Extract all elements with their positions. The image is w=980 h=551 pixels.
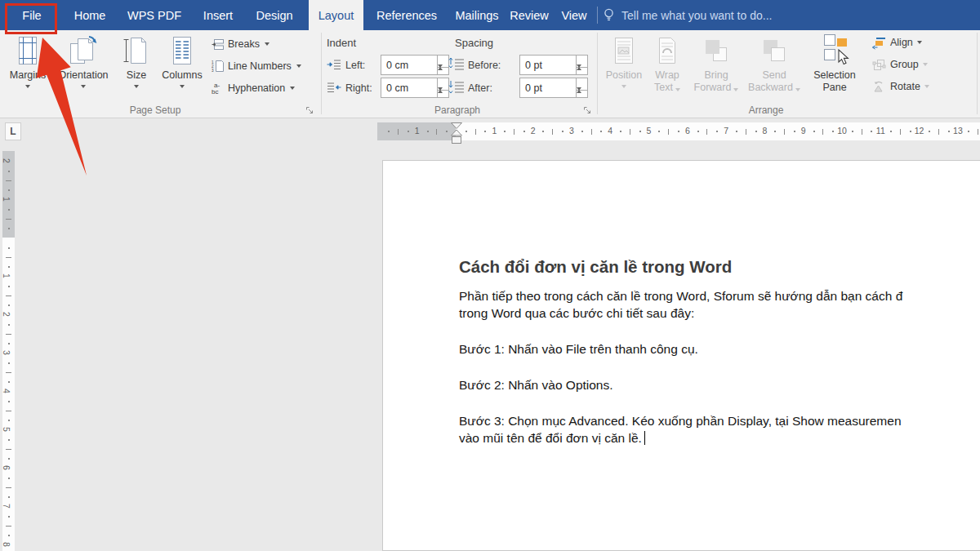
ruler-dot [8, 458, 10, 460]
selection-pane-button[interactable]: Selection Pane [808, 33, 861, 100]
orientation-button[interactable]: Orientation [54, 33, 113, 100]
paragraph-dialog-launcher[interactable] [583, 106, 593, 116]
ruler-dot [388, 131, 390, 132]
step-3-line-2: vào mũi tên để đổi đơn vị căn lề. [459, 431, 645, 446]
ruler-dot [523, 131, 525, 132]
bring-forward-button: Bring Forward [691, 33, 742, 100]
ruler-dot [948, 131, 950, 132]
ruler-tick [6, 295, 11, 296]
tab-stop-selector[interactable]: L [5, 122, 21, 140]
indent-right-icon [327, 82, 341, 93]
ruler-number: 9 [801, 126, 806, 136]
indent-markers[interactable] [451, 122, 462, 149]
size-button[interactable]: Size [116, 33, 157, 100]
ruler-tick [591, 129, 592, 135]
ruler-dot [794, 131, 795, 132]
ruler-tick [6, 449, 11, 450]
tab-view[interactable]: View [555, 0, 593, 30]
step-3-line: Bước 3: Chọn mục Advanced. Kéo xuống phầ… [459, 414, 902, 429]
ruler-dot [832, 131, 834, 132]
columns-button[interactable]: Columns [158, 33, 206, 100]
lightbulb-icon [603, 8, 615, 22]
ruler-dot [8, 478, 10, 479]
document-heading: Cách đổi đơn vị căn lề trong Word [459, 257, 732, 277]
paragraph-line: Phần tiếp theo trong cách căn lề trong W… [459, 289, 902, 304]
svg-text:bc: bc [212, 88, 218, 95]
page-setup-dialog-launcher[interactable] [305, 106, 315, 116]
ruler-dot [427, 131, 429, 132]
ruler-dot [639, 131, 641, 132]
spacing-after-field[interactable]: 0 pt [519, 78, 588, 98]
ruler-dot [8, 189, 10, 191]
spacing-before-field[interactable]: 0 pt [519, 55, 588, 75]
ruler-number: 5 [2, 427, 11, 432]
spin-down-button[interactable] [577, 91, 587, 102]
send-backward-button: Send Backward [745, 33, 804, 100]
left-indent-marker[interactable] [452, 137, 461, 144]
margins-button[interactable]: Margins [5, 33, 51, 100]
ruler-dot [890, 131, 892, 132]
line-numbers-button[interactable]: 1 2 3 Line Numbers [212, 58, 301, 74]
ruler-number: 2 [2, 312, 11, 317]
indent-right-field[interactable]: 0 cm [381, 78, 449, 98]
ruler-tick [6, 219, 11, 220]
ruler-dot [871, 131, 872, 132]
vertical-ruler[interactable]: 2112345678 [2, 151, 15, 551]
tab-references[interactable]: References [373, 0, 440, 30]
rotate-icon [872, 80, 886, 94]
rotate-button: Rotate [872, 79, 929, 94]
ruler-dot [466, 131, 467, 132]
ruler-tick [630, 129, 630, 135]
dropdown-caret-icon [621, 85, 626, 88]
breaks-button[interactable]: Breaks [212, 36, 270, 52]
indent-left-field[interactable]: 0 cm [381, 55, 449, 75]
ruler-number: 10 [837, 126, 847, 136]
ruler-dot [8, 362, 10, 364]
wrap-text-icon [656, 34, 679, 67]
ruler-number: 8 [762, 126, 767, 136]
ruler-dot [852, 131, 853, 132]
ribbon-tab-bar: File Home WPS PDF Insert Design Layout R… [0, 0, 980, 30]
ruler-tick [514, 129, 514, 135]
document-page[interactable]: Cách đổi đơn vị căn lề trong Word Phần t… [382, 160, 980, 551]
tab-review[interactable]: Review [508, 0, 550, 30]
tab-design[interactable]: Design [250, 0, 299, 30]
hanging-indent-marker[interactable] [452, 130, 462, 136]
tab-layout[interactable]: Layout [309, 0, 363, 30]
ruler-dot [8, 171, 10, 172]
spacing-after-icon [448, 80, 465, 94]
ruler-dot [8, 516, 10, 518]
margins-icon [16, 34, 40, 67]
dropdown-caret-icon [25, 85, 30, 88]
ruler-number: 7 [724, 126, 728, 136]
ruler-tick [706, 129, 707, 135]
align-button[interactable]: Align [872, 35, 922, 50]
ruler-number: 1 [2, 197, 11, 202]
tab-insert[interactable]: Insert [196, 0, 240, 30]
ruler-number: 6 [685, 126, 690, 136]
tab-wps-pdf[interactable]: WPS PDF [122, 0, 186, 30]
tell-me-box[interactable]: Tell me what you want to do... [603, 0, 772, 30]
ruler-tick [900, 129, 901, 135]
tab-bar-divider [597, 7, 598, 24]
tab-home[interactable]: Home [67, 0, 113, 30]
ruler-dot [968, 131, 969, 132]
hyphenation-button[interactable]: a- bc Hyphenation [212, 80, 295, 96]
orientation-icon [68, 34, 99, 67]
ruler-tick [6, 334, 11, 335]
tab-mailings[interactable]: Mailings [450, 0, 504, 30]
columns-icon [170, 34, 194, 67]
ruler-tick [436, 129, 437, 135]
ruler-tick [784, 129, 785, 135]
group-separator [597, 33, 598, 114]
dropdown-caret-icon [296, 64, 301, 68]
ruler-number: 4 [608, 126, 612, 136]
ruler-tick [475, 129, 476, 135]
horizontal-ruler[interactable]: 112345678910111213 [377, 122, 980, 140]
position-button: Position [604, 33, 644, 100]
ruler-dot [929, 131, 930, 132]
ruler-tick [668, 129, 669, 135]
spin-down-button[interactable] [438, 91, 448, 102]
ruler-dot [716, 131, 718, 132]
first-line-indent-marker[interactable] [452, 123, 462, 129]
